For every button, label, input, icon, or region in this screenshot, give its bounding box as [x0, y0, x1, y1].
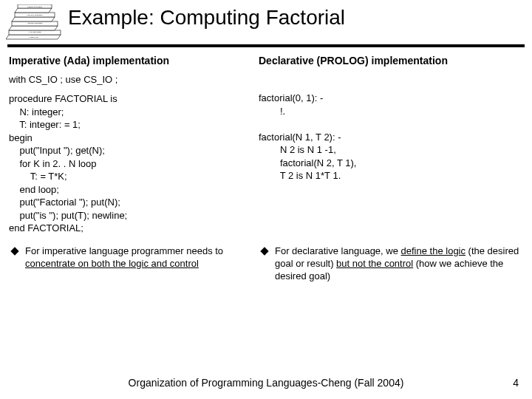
prolog-code: factorial(0, 1): - !. factorial(N 1, T 2… — [259, 92, 523, 183]
left-heading: Imperative (Ada) implementation — [9, 55, 253, 66]
svg-text:High-level Languages: High-level Languages — [27, 14, 43, 16]
footer-text: Organization of Programming Languages-Ch… — [0, 377, 532, 389]
bullets-row: For imperative language programmer needs… — [0, 235, 532, 283]
page-number: 4 — [513, 377, 519, 389]
left-bullet: For imperative language programmer needs… — [9, 245, 253, 283]
ada-code: procedure FACTORIAL is N: integer; T: in… — [9, 92, 253, 235]
right-bullet-u2: but not the control — [336, 258, 413, 269]
diamond-icon — [10, 247, 18, 255]
right-bullet: For declarative language, we define the … — [259, 245, 523, 283]
left-bullet-text: For imperative language programmer needs… — [25, 245, 253, 270]
left-column: Imperative (Ada) implementation with CS_… — [9, 55, 253, 235]
slide: FORTRAN C Pascal High-level Languages As… — [0, 0, 532, 399]
right-column: Declarative (PROLOG) implementation fact… — [259, 55, 523, 235]
svg-text:Assembly Languages: Assembly Languages — [27, 22, 44, 24]
header: FORTRAN C Pascal High-level Languages As… — [0, 0, 532, 40]
slide-title: Example: Computing Factorial — [64, 4, 345, 30]
right-bullet-pre: For declarative language, we — [275, 245, 401, 256]
with-clause: with CS_IO ; use CS_IO ; — [9, 74, 253, 85]
svg-marker-4 — [12, 17, 55, 21]
diamond-icon — [260, 247, 268, 255]
right-bullet-text: For declarative language, we define the … — [275, 245, 523, 283]
svg-text:FORTRAN   C   Pascal: FORTRAN C Pascal — [27, 6, 42, 7]
svg-text:HARDWARE: HARDWARE — [29, 36, 38, 38]
right-heading: Declarative (PROLOG) implementation — [259, 55, 523, 66]
svg-marker-2 — [9, 26, 58, 30]
pyramid-icon: FORTRAN C Pascal High-level Languages As… — [6, 4, 64, 40]
left-bullet-pre: For imperative language programmer needs… — [25, 245, 223, 256]
spacer — [259, 74, 523, 92]
right-bullet-u1: define the logic — [401, 245, 466, 256]
svg-marker-6 — [15, 8, 52, 13]
columns: Imperative (Ada) implementation with CS_… — [0, 50, 532, 235]
title-rule — [7, 44, 525, 47]
left-bullet-underline: concentrate on both the logic and contro… — [25, 258, 199, 269]
